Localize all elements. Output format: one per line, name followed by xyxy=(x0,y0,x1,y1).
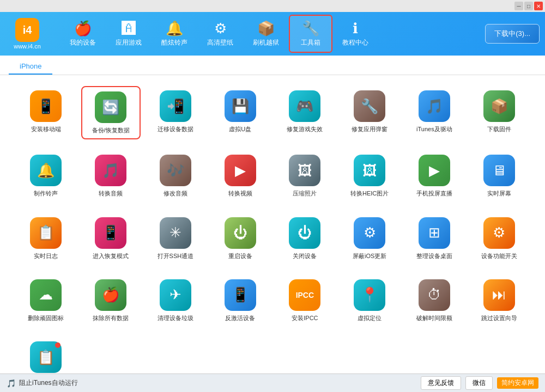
nav-item-jailbreak[interactable]: 📦刷机越狱 xyxy=(243,15,289,53)
toolbox-label: 工具箱 xyxy=(301,38,320,47)
phone-cast-icon-box: ▶ xyxy=(419,155,450,186)
realtime-log-icon-box: 📋 xyxy=(30,217,62,249)
tool-backup-guide[interactable]: 📋备份引导区数据 xyxy=(16,337,76,373)
nav-item-my-device[interactable]: 🍎我的设备 xyxy=(60,15,106,53)
tool-phone-cast[interactable]: ▶手机投屏直播 xyxy=(405,150,464,201)
deactivate-icon-box: 📱 xyxy=(225,279,256,311)
clean-junk-icon: ✈ xyxy=(169,286,181,303)
nav-item-ringtone[interactable]: 🔔酷炫铃声 xyxy=(152,15,197,53)
tool-clean-junk[interactable]: ✈清理设备垃圾 xyxy=(146,275,205,326)
virtual-udisk-icon: 💾 xyxy=(232,98,249,115)
install-app-icon-box: 📱 xyxy=(30,90,62,122)
deactivate-label: 反激活设备 xyxy=(225,314,255,322)
minimize-btn[interactable]: ─ xyxy=(514,2,523,10)
break-time-icon: ⏱ xyxy=(427,286,441,303)
block-update-icon: ⚙ xyxy=(364,224,376,241)
fix-game-label: 修复游戏失效 xyxy=(287,125,323,133)
tool-break-time[interactable]: ⏱破解时间限额 xyxy=(405,275,464,326)
tool-realtime-log[interactable]: 📋实时日志 xyxy=(16,213,76,264)
tool-make-ringtone[interactable]: 🔔制作铃声 xyxy=(16,150,76,201)
nav-item-app-game[interactable]: 🅰应用游戏 xyxy=(106,15,152,53)
organize-desktop-label: 整理设备桌面 xyxy=(416,252,452,260)
phone-cast-icon: ▶ xyxy=(429,162,440,179)
nav-item-toolbox[interactable]: 🔧工具箱 xyxy=(289,15,332,53)
tool-skip-setup[interactable]: ⏭跳过设置向导 xyxy=(469,275,529,326)
tool-convert-video[interactable]: ▶转换视频 xyxy=(210,150,270,201)
tool-install-ipcc[interactable]: IPCC安装IPCC xyxy=(275,275,335,326)
bottom-left: 🎵 阻止iTunes自动运行 xyxy=(7,378,78,388)
backup-restore-icon-box: 🔄 xyxy=(95,91,126,123)
compress-photo-icon: 🖼 xyxy=(298,162,312,179)
download-button[interactable]: 下载中(3)... xyxy=(485,24,540,44)
shutdown-device-label: 关闭设备 xyxy=(293,252,317,260)
close-btn[interactable]: ✕ xyxy=(534,2,543,10)
tool-fake-location[interactable]: 📍虚拟定位 xyxy=(340,275,399,326)
fix-game-icon: 🎮 xyxy=(296,98,313,115)
restart-device-icon-box: ⏻ xyxy=(225,217,256,249)
backup-guide-icon-box: 📋 xyxy=(30,341,62,373)
feedback-button[interactable]: 意见反馈 xyxy=(421,376,461,390)
tutorial-label: 教程中心 xyxy=(342,38,368,47)
shutdown-device-icon-box: ⏻ xyxy=(289,217,320,249)
bottom-bar: 🎵 阻止iTunes自动运行 意见反馈 微信 简约安卓网 xyxy=(0,373,545,392)
backup-guide-badge xyxy=(55,342,60,348)
tool-restart-device[interactable]: ⏻重启设备 xyxy=(210,213,270,264)
tool-itunes-driver[interactable]: 🎵iTunes及驱动 xyxy=(405,86,464,139)
nav-item-tutorial[interactable]: ℹ教程中心 xyxy=(332,15,378,53)
tool-delete-icon[interactable]: ☁删除顽固图标 xyxy=(16,275,76,326)
tool-open-ssh[interactable]: ✳打开SSH通道 xyxy=(146,213,205,264)
tool-grid: 📱安装移动端🔄备份/恢复数据📲迁移设备数据💾虚拟U盘🎮修复游戏失效🔧修复应用弹窗… xyxy=(16,86,529,373)
realtime-screen-icon: 🖥 xyxy=(492,162,506,179)
tool-convert-heic[interactable]: 🖼转换HEIC图片 xyxy=(340,150,399,201)
fix-popup-label: 修复应用弹窗 xyxy=(352,125,387,133)
restart-device-label: 重启设备 xyxy=(228,252,252,260)
tool-virtual-udisk[interactable]: 💾虚拟U盘 xyxy=(210,86,270,139)
migrate-icon: 📲 xyxy=(167,98,184,115)
maximize-btn[interactable]: □ xyxy=(524,2,533,10)
tool-recovery-mode[interactable]: 📱进入恢复模式 xyxy=(81,213,141,264)
weixin-button[interactable]: 微信 xyxy=(465,376,493,390)
download-firmware-icon: 📦 xyxy=(491,98,508,115)
delete-icon-icon: ☁ xyxy=(39,286,53,303)
brand-badge: 简约安卓网 xyxy=(497,377,538,389)
itunes-driver-icon-box: 🎵 xyxy=(419,90,450,122)
open-ssh-icon-box: ✳ xyxy=(160,217,191,249)
wallpaper-icon: ⚙ xyxy=(214,20,227,37)
tool-erase-all[interactable]: 🍎抹除所有数据 xyxy=(81,275,141,326)
open-ssh-label: 打开SSH通道 xyxy=(158,252,194,260)
tool-deactivate[interactable]: 📱反激活设备 xyxy=(210,275,270,326)
tab-iphone[interactable]: iPhone xyxy=(9,59,52,75)
realtime-log-icon: 📋 xyxy=(37,224,55,241)
fake-location-label: 虚拟定位 xyxy=(358,314,382,322)
block-update-icon-box: ⚙ xyxy=(354,217,385,249)
tool-edit-audio[interactable]: 🎶修改音频 xyxy=(146,150,205,201)
tool-fix-game[interactable]: 🎮修复游戏失效 xyxy=(275,86,335,139)
tool-realtime-screen[interactable]: 🖥实时屏幕 xyxy=(469,150,529,201)
tool-shutdown-device[interactable]: ⏻关闭设备 xyxy=(275,213,335,264)
backup-restore-icon: 🔄 xyxy=(102,99,119,116)
skip-setup-label: 跳过设置向导 xyxy=(481,314,517,322)
deactivate-icon: 📱 xyxy=(232,286,249,303)
tool-fix-popup[interactable]: 🔧修复应用弹窗 xyxy=(340,86,399,139)
tool-compress-photo[interactable]: 🖼压缩照片 xyxy=(275,150,335,201)
tool-migrate[interactable]: 📲迁移设备数据 xyxy=(146,86,205,139)
convert-audio-icon-box: 🎵 xyxy=(95,155,126,186)
realtime-screen-label: 实时屏幕 xyxy=(487,189,511,197)
realtime-screen-icon-box: 🖥 xyxy=(483,155,515,186)
tool-device-switch[interactable]: ⚙设备功能开关 xyxy=(469,213,529,264)
tool-convert-audio[interactable]: 🎵转换音频 xyxy=(81,150,141,201)
edit-audio-label: 修改音频 xyxy=(164,189,187,197)
tool-organize-desktop[interactable]: ⊞整理设备桌面 xyxy=(405,213,464,264)
skip-setup-icon-box: ⏭ xyxy=(483,279,515,311)
erase-all-icon-box: 🍎 xyxy=(95,279,126,311)
recovery-mode-icon-box: 📱 xyxy=(95,217,126,249)
tool-block-update[interactable]: ⚙屏蔽iOS更新 xyxy=(340,213,399,264)
install-app-label: 安装移动端 xyxy=(31,125,61,133)
itunes-driver-label: iTunes及驱动 xyxy=(416,125,452,133)
organize-desktop-icon-box: ⊞ xyxy=(419,217,450,249)
tool-install-app[interactable]: 📱安装移动端 xyxy=(16,86,76,139)
open-ssh-icon: ✳ xyxy=(169,224,181,241)
tool-download-firmware[interactable]: 📦下载固件 xyxy=(469,86,529,139)
tool-backup-restore[interactable]: 🔄备份/恢复数据 xyxy=(81,86,141,139)
nav-item-wallpaper[interactable]: ⚙高清壁纸 xyxy=(197,15,243,53)
